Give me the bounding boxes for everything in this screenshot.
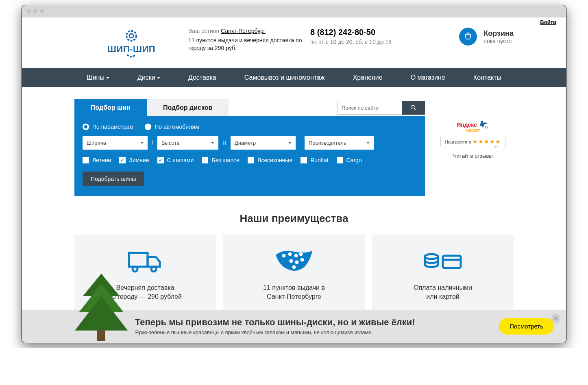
cart-status: пока пусто bbox=[483, 38, 514, 44]
radio-label: По параметрам bbox=[92, 124, 133, 130]
select-width[interactable]: Ширина bbox=[83, 136, 148, 150]
region-label: Ваш регион bbox=[188, 28, 219, 34]
advantage-text: 11 пунктов выдачи в bbox=[231, 283, 357, 292]
checkbox-icon bbox=[301, 157, 307, 163]
svg-rect-6 bbox=[129, 253, 148, 267]
christmas-tree-image bbox=[71, 274, 132, 343]
caret-down-icon bbox=[157, 77, 160, 79]
courier-icon bbox=[479, 120, 489, 128]
logo[interactable]: ШИП-ШИП bbox=[74, 28, 188, 60]
nav-item-pickup[interactable]: Самовывоз и шиномонтаж bbox=[244, 74, 325, 81]
caret-down-icon bbox=[106, 77, 109, 79]
page: Войти ШИП-ШИП Ваш регион bbox=[22, 17, 566, 343]
filter-area: Подбор шин Подбор дисков bbox=[74, 99, 425, 196]
advantage-text: Санкт-Петербурге bbox=[231, 292, 357, 301]
radio-by-params[interactable]: По параметрам bbox=[83, 124, 133, 130]
banner-title: Теперь мы привозим не только шины-диски,… bbox=[135, 317, 492, 328]
svg-point-11 bbox=[294, 254, 298, 258]
chk-winter[interactable]: ✓Зимние bbox=[119, 157, 149, 163]
svg-point-5 bbox=[485, 126, 487, 128]
advantages-title: Наши преимущества bbox=[74, 212, 514, 225]
advantage-text: или картой bbox=[380, 292, 505, 301]
window-dot bbox=[33, 9, 37, 13]
chk-summer[interactable]: Летние bbox=[83, 157, 111, 163]
checkbox-icon bbox=[83, 157, 89, 163]
svg-point-12 bbox=[299, 252, 303, 256]
nav-item-delivery[interactable]: Доставка bbox=[188, 74, 216, 81]
pick-tires-button[interactable]: Подобрать шины bbox=[83, 172, 144, 186]
search-button[interactable] bbox=[402, 101, 425, 115]
browser-frame: Войти ШИП-ШИП Ваш регион bbox=[22, 5, 566, 343]
advantage-text: Оплата наличными bbox=[380, 283, 505, 292]
login-link[interactable]: Войти bbox=[540, 19, 556, 25]
svg-point-17 bbox=[425, 254, 438, 259]
separator: R bbox=[222, 139, 226, 146]
radio-icon bbox=[83, 124, 89, 130]
chevron-down-icon bbox=[288, 142, 292, 144]
svg-point-14 bbox=[295, 260, 299, 264]
phone-block: 8 (812) 242-80-50 пн-пт с 10 до 20, сб. … bbox=[310, 28, 416, 45]
region-city-link[interactable]: Санкт-Петербург bbox=[221, 28, 266, 34]
map-pins-icon bbox=[231, 247, 357, 275]
chk-studs[interactable]: ✓С шипами bbox=[157, 157, 194, 163]
svg-point-15 bbox=[292, 265, 296, 269]
advantages-grid: Вечерняя доставка по городу — 290 рублей bbox=[74, 235, 514, 315]
tab-wheels[interactable]: Подбор дисков bbox=[147, 99, 229, 116]
svg-point-9 bbox=[282, 254, 286, 258]
chk-allseason[interactable]: Всесезонные bbox=[248, 157, 292, 163]
svg-point-1 bbox=[129, 34, 133, 38]
gear-icon bbox=[122, 28, 141, 44]
chk-runflat[interactable]: Runflat bbox=[301, 157, 328, 163]
banner-close-button[interactable]: ✕ bbox=[551, 314, 560, 323]
nav-item-about[interactable]: О магазине bbox=[411, 74, 445, 81]
select-manufacturer[interactable]: Производитель bbox=[305, 136, 374, 150]
svg-marker-22 bbox=[75, 296, 128, 331]
search-input[interactable] bbox=[337, 101, 402, 115]
banner-cta-button[interactable]: Посмотреть bbox=[499, 318, 554, 335]
cart-block[interactable]: Корзина пока пусто bbox=[459, 28, 514, 46]
checkbox-icon bbox=[337, 157, 343, 163]
login-row: Войти bbox=[22, 17, 566, 25]
cart-title: Корзина bbox=[483, 29, 514, 38]
search-icon bbox=[410, 104, 417, 111]
nav-item-contacts[interactable]: Контакты bbox=[473, 74, 501, 81]
svg-point-10 bbox=[288, 252, 292, 256]
select-height[interactable]: Высота bbox=[157, 136, 218, 150]
svg-rect-23 bbox=[97, 330, 105, 341]
window-dot bbox=[40, 9, 44, 13]
payment-icon bbox=[380, 247, 505, 275]
radio-label: По автомобилям bbox=[155, 124, 199, 130]
cart-icon bbox=[459, 28, 477, 46]
separator: / bbox=[152, 139, 153, 146]
rating-bubble: Наш рейтинг ★★★★★ bbox=[440, 136, 506, 147]
header: ШИП-ШИП Ваш регион Санкт-Петербург 11 пу… bbox=[74, 25, 514, 68]
svg-point-2 bbox=[411, 105, 415, 109]
window-dot bbox=[27, 9, 31, 13]
nav-item-storage[interactable]: Хранение bbox=[353, 74, 383, 81]
filter-panel: По параметрам По автомобилям Ширина / Вы… bbox=[74, 116, 425, 196]
checkbox-icon bbox=[248, 157, 254, 163]
chevron-down-icon bbox=[140, 142, 144, 144]
advantage-card: 11 пунктов выдачи в Санкт-Петербурге bbox=[223, 235, 365, 315]
chevron-down-icon bbox=[211, 142, 214, 144]
radio-by-car[interactable]: По автомобилям bbox=[145, 124, 199, 130]
chk-cargo[interactable]: Cargo bbox=[337, 157, 362, 163]
chk-nostuds[interactable]: Без шипов bbox=[202, 157, 240, 163]
reviews-link[interactable]: Читайте отзывы bbox=[432, 153, 514, 159]
svg-line-3 bbox=[414, 109, 416, 110]
checkbox-icon: ✓ bbox=[119, 157, 126, 163]
advantage-card: Оплата наличными или картой bbox=[372, 235, 514, 315]
gear-icon bbox=[122, 54, 141, 60]
truck-icon bbox=[83, 247, 208, 275]
yandex-market-logo: Яндекс маркет bbox=[432, 120, 514, 133]
logo-text: ШИП-ШИП bbox=[107, 44, 155, 54]
tab-tires[interactable]: Подбор шин bbox=[74, 99, 147, 116]
nav-item-tires[interactable]: Шины bbox=[87, 74, 109, 81]
checkbox-icon bbox=[202, 157, 208, 163]
phone-hours: пн-пт с 10 до 20, сб. с 10 до 18 bbox=[310, 39, 416, 45]
svg-rect-18 bbox=[443, 256, 461, 268]
svg-point-7 bbox=[133, 267, 137, 272]
select-diameter[interactable]: Диаметр bbox=[231, 136, 296, 150]
yandex-market-widget[interactable]: Яндекс маркет Наш рейтинг ★★★★★ Читайте … bbox=[432, 99, 514, 196]
nav-item-wheels[interactable]: Диски bbox=[137, 74, 160, 81]
